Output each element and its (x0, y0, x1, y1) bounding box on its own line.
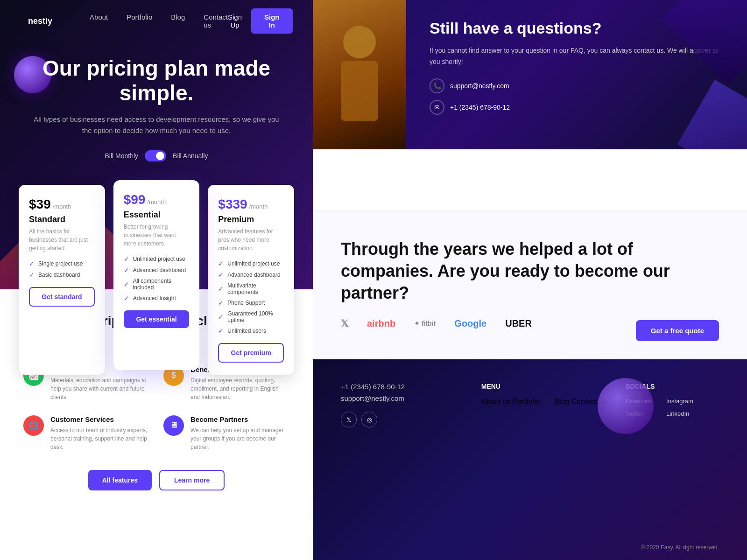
footer: +1 (2345) 678-90-12 support@nestly.com 𝕏… (313, 359, 747, 560)
get-free-quote-button[interactable]: Get a free quote (636, 320, 719, 341)
navbar: nestly About Portfolio Blog Contact us S… (0, 0, 313, 42)
feature-item: ✓ Multivariate components (218, 282, 284, 295)
phone-icon: 📞 (430, 78, 444, 93)
questions-phone: support@nestly.com (450, 82, 509, 90)
questions-phone-row: 📞 support@nestly.com (430, 78, 724, 93)
customer-icon: 🌐 (23, 415, 44, 436)
footer-menu: MENU About us Portfolio Blog Contact us (481, 383, 607, 406)
essential-name: Essential (124, 210, 190, 220)
customer-desc: Access to our team of industry experts, … (50, 426, 149, 451)
footer-sphere (598, 378, 654, 434)
footer-menu-cols: About us Portfolio Blog Contact us (481, 398, 607, 406)
standard-name: Standard (29, 215, 95, 224)
premium-price: $339 /month (218, 197, 284, 212)
footer-left: +1 (2345) 678-90-12 support@nestly.com 𝕏… (341, 383, 463, 427)
instagram-icon[interactable]: ◎ (361, 412, 377, 427)
all-features-button[interactable]: All features (88, 470, 152, 490)
footer-blog[interactable]: Blog (554, 398, 569, 406)
footer-menu-col1: About us Portfolio (481, 398, 540, 406)
svg-rect-1 (341, 61, 378, 121)
partner-section: Through the years we helped a lot of com… (313, 210, 747, 371)
questions-email: +1 (2345) 678-90-12 (450, 104, 510, 111)
feature-item: ✓ Phone Support (218, 299, 284, 307)
svg-point-0 (343, 26, 376, 58)
billing-toggle: Bill Monthly Bill Annually (28, 150, 285, 161)
essential-features: ✓ Unlimited project use ✓ Advanced dashb… (124, 255, 190, 302)
partner-row: 𝕏 airbnb ✦ fitbit Google UBER Get a free… (341, 318, 719, 343)
essential-cta[interactable]: Get essential (124, 310, 190, 328)
essential-price: $99 /month (124, 192, 190, 207)
feature-item: ✓ Basic dashboard (29, 271, 95, 279)
logo-fitbit: ✦ fitbit (414, 320, 436, 327)
learn-more-button[interactable]: Learn more (159, 470, 225, 490)
standard-features: ✓ Single project use ✓ Basic dashboard (29, 260, 95, 279)
footer-menu-title: MENU (481, 383, 607, 390)
toggle-thumb (156, 152, 164, 160)
partners-desc: We can help you set up and manager your … (190, 426, 289, 451)
partner-title: Through the years we helped a lot of com… (341, 238, 719, 304)
footer-socials-col2: Instagram LinkedIn (666, 398, 693, 423)
footer-portfolio[interactable]: Portfolio (513, 398, 540, 406)
person-photo (313, 0, 406, 149)
logo-google: Google (454, 318, 486, 329)
signin-button[interactable]: Sign In (251, 8, 293, 34)
billing-toggle-switch[interactable] (145, 150, 166, 161)
hero-content: Our pricing plan made simple. All types … (0, 37, 313, 185)
logo: nestly (28, 16, 52, 26)
feature-item: ✓ Advanced Insight (124, 294, 190, 302)
twitter-icon[interactable]: 𝕏 (341, 412, 357, 427)
feature-item: ✓ Unlimited users (218, 327, 284, 335)
premium-desc: Advanced features for pros who need more… (218, 227, 284, 252)
premium-name: Premium (218, 215, 284, 224)
feature-customer: 🌐 Customer Services Access to our team o… (23, 415, 149, 451)
feature-item: ✓ All components included (124, 278, 190, 291)
billing-annually-label: Bill Annually (173, 152, 208, 160)
premium-cta[interactable]: Get premium (218, 343, 284, 363)
nav-links: About Portfolio Blog Contact us (90, 13, 228, 29)
email-icon: ✉ (430, 100, 444, 115)
questions-panel: Still have a questions? If you cannot fi… (313, 0, 747, 149)
feature-item: ✓ Single project use (29, 260, 95, 267)
footer-email: support@nestly.com (341, 394, 463, 402)
plan-essential: $99 /month Essential Better for growing … (113, 180, 200, 370)
feature-item: ✓ Guaranteed 100% uptime (218, 310, 284, 323)
billing-monthly-label: Bill Monthly (105, 152, 138, 160)
partners-icon: 🖥 (163, 415, 184, 436)
nav-blog[interactable]: Blog (171, 13, 185, 29)
feature-item: ✓ Unlimited project use (124, 255, 190, 263)
footer-phone: +1 (2345) 678-90-12 (341, 383, 463, 391)
nav-portfolio[interactable]: Portfolio (127, 13, 152, 29)
pricing-cards: $39 /month Standard All the basics for b… (0, 185, 313, 393)
footer-copyright: © 2020 Easy. All right reserved. (641, 544, 719, 551)
plan-standard: $39 /month Standard All the basics for b… (19, 185, 105, 375)
nav-about[interactable]: About (90, 13, 108, 29)
feature-item: ✓ Unlimited project use (218, 260, 284, 267)
nav-actions: Sign Up Sign In (228, 8, 293, 34)
standard-price: $39 /month (29, 197, 95, 212)
logo-x: 𝕏 (341, 318, 348, 329)
footer-linkedin[interactable]: LinkedIn (666, 410, 693, 417)
logo-airbnb: airbnb (367, 318, 395, 329)
partner-logos: 𝕏 airbnb ✦ fitbit Google UBER (341, 318, 532, 329)
footer-about[interactable]: About us (481, 398, 511, 406)
feature-partners: 🖥 Become Partners We can help you set up… (163, 415, 289, 451)
footer-instagram[interactable]: Instagram (666, 398, 693, 405)
signup-button[interactable]: Sign Up (228, 13, 242, 29)
customer-name: Customer Services (50, 415, 149, 423)
questions-desc: If you cannot find answer to your questi… (430, 45, 724, 68)
logo-uber: UBER (505, 318, 532, 329)
standard-desc: All the basics for businesses that are j… (29, 227, 95, 252)
person-image (313, 0, 406, 149)
questions-content: Still have a questions? If you cannot fi… (406, 0, 747, 149)
feature-item: ✓ Advanced dashboard (124, 266, 190, 274)
questions-title: Still have a questions? (430, 19, 724, 38)
standard-cta[interactable]: Get standard (29, 287, 95, 307)
nav-contact[interactable]: Contact us (204, 13, 228, 29)
feature-item: ✓ Advanced dashboard (218, 271, 284, 279)
footer-social-icons: 𝕏 ◎ (341, 412, 463, 427)
plan-premium: $339 /month Premium Advanced features fo… (208, 185, 294, 375)
essential-desc: Better for growing businesses that want … (124, 223, 190, 248)
hero-title: Our pricing plan made simple. (28, 56, 285, 105)
hero-subtitle: All types of businesses need access to d… (28, 114, 285, 136)
premium-features: ✓ Unlimited project use ✓ Advanced dashb… (218, 260, 284, 335)
